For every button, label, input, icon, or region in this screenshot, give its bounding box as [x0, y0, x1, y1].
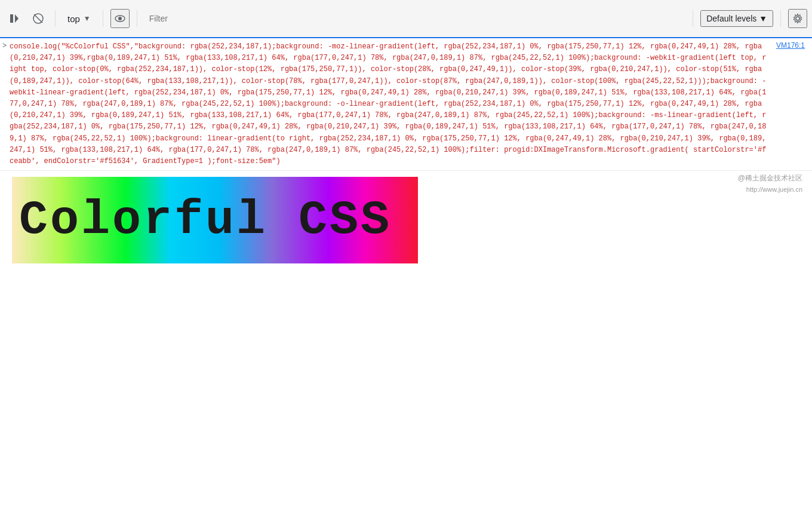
console-log-entry: > console.log("%cColorful CSS","backgrou…	[0, 38, 812, 171]
colorful-css-text: Colorful CSS	[19, 193, 392, 247]
divider-3	[137, 10, 137, 27]
divider-2	[103, 10, 103, 27]
filter-input[interactable]	[144, 9, 685, 28]
watermark-area: @稀土掘金技术社区 http://www.juejin.cn	[738, 173, 812, 198]
preserve-log-button[interactable]	[110, 9, 130, 28]
stop-button[interactable]	[29, 9, 48, 28]
console-entry-body: console.log("%cColorful CSS","background…	[10, 39, 812, 169]
play-pause-icon	[9, 13, 20, 24]
context-arrow-icon: ▼	[84, 14, 91, 23]
console-content: > console.log("%cColorful CSS","backgrou…	[0, 38, 812, 506]
gear-icon	[792, 13, 803, 24]
default-levels-button[interactable]: Default levels ▼	[700, 10, 773, 27]
svg-marker-1	[15, 14, 19, 23]
toolbar: top ▼ Default levels ▼	[0, 0, 812, 38]
default-levels-label: Default levels ▼	[706, 14, 767, 23]
console-log-text: console.log("%cColorful CSS","background…	[10, 39, 771, 169]
preview-section: Colorful CSS @稀土掘金技术社区 http://www.juejin…	[0, 173, 812, 267]
divider-4	[693, 10, 693, 27]
context-selector[interactable]: top ▼	[63, 11, 96, 26]
eye-icon	[115, 13, 125, 24]
watermark-line2: http://www.juejin.cn	[746, 186, 802, 193]
console-source-link[interactable]: VM176:1	[771, 39, 812, 51]
divider-5	[780, 10, 781, 27]
svg-point-6	[796, 17, 799, 20]
entry-expand-arrow[interactable]: >	[0, 39, 10, 50]
svg-rect-0	[10, 14, 13, 23]
svg-point-5	[118, 17, 122, 20]
svg-line-3	[34, 14, 42, 23]
settings-button[interactable]	[788, 9, 807, 28]
context-label: top	[67, 14, 80, 24]
divider-1	[55, 10, 56, 27]
stop-icon	[33, 13, 44, 24]
watermark-line1: @稀土掘金技术社区	[738, 173, 802, 183]
play-pause-button[interactable]	[5, 9, 24, 28]
colorful-css-preview: Colorful CSS	[12, 177, 418, 263]
